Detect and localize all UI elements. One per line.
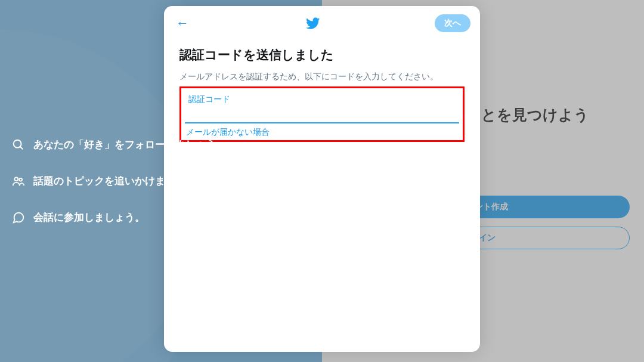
- feature-chat: 会話に参加しましょう。: [12, 211, 322, 224]
- back-arrow-icon[interactable]: ←: [174, 16, 191, 31]
- modal-title: 認証コードを送信しました: [179, 47, 465, 63]
- modal-header: ← 次へ: [174, 14, 470, 32]
- svg-point-0: [14, 140, 21, 147]
- search-icon: [12, 138, 25, 151]
- feature-topics: 話題のトピックを追いかけましょう。: [12, 174, 322, 188]
- modal-body: 認証コードを送信しました メールアドレスを認証するため、以下にコードを入力してく…: [174, 32, 470, 142]
- resend-link[interactable]: メールが届かない場合: [186, 127, 270, 138]
- highlighted-input-area: 認証コード メールが届かない場合: [179, 86, 465, 142]
- svg-point-3: [19, 178, 22, 181]
- feature-follow-text: あなたの「好き」をフォローしましょう。: [33, 138, 226, 151]
- next-button[interactable]: 次へ: [435, 14, 470, 32]
- code-input[interactable]: [188, 105, 456, 119]
- people-icon: [12, 175, 25, 188]
- feature-chat-text: 会話に参加しましょう。: [33, 211, 145, 224]
- modal-desc: メールアドレスを認証するため、以下にコードを入力してください。: [179, 70, 465, 83]
- chat-icon: [12, 211, 25, 224]
- code-input-label: 認証コード: [188, 94, 456, 105]
- code-input-wrap[interactable]: 認証コード: [185, 92, 459, 123]
- svg-line-1: [20, 146, 23, 149]
- svg-point-2: [14, 177, 18, 181]
- feature-follow: あなたの「好き」をフォローしましょう。: [12, 138, 322, 151]
- feature-topics-text: 話題のトピックを追いかけましょう。: [33, 174, 206, 188]
- twitter-bird-icon: [306, 16, 320, 30]
